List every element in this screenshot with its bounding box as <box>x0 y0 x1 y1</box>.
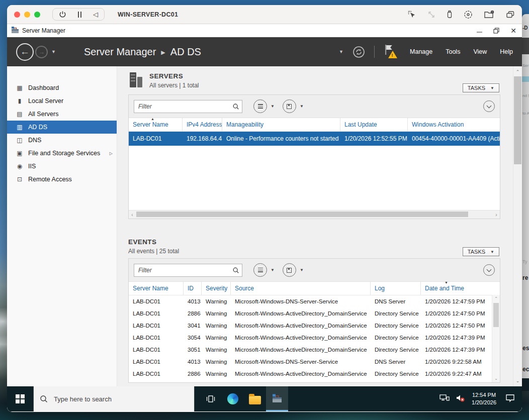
close-traffic-light[interactable] <box>14 12 20 18</box>
sidebar-item-ad-ds[interactable]: AD DS <box>7 121 117 134</box>
minimize-button[interactable] <box>471 24 488 37</box>
servers-tasks-button[interactable]: TASKS ▼ <box>463 83 499 92</box>
scroll-left-icon[interactable]: ‹ <box>129 211 136 219</box>
table-row[interactable]: LAB-DC01 3041 Warning Microsoft-Windows-… <box>129 320 500 332</box>
events-collapse-button[interactable] <box>483 264 495 276</box>
column-header[interactable]: Severity <box>202 282 231 295</box>
drive-image-icon[interactable] <box>464 10 473 19</box>
menu-tools[interactable]: Tools <box>446 48 460 55</box>
shared-folder-icon[interactable]: ! <box>484 10 495 19</box>
sidebar-item-file-storage[interactable]: File and Storage Services ▷ <box>7 147 117 160</box>
saved-filters-caret-icon[interactable]: ▼ <box>271 268 275 272</box>
taskbar-search[interactable] <box>33 386 195 411</box>
column-header[interactable]: IPv4 Address <box>183 118 222 131</box>
column-header[interactable]: ID <box>184 282 202 295</box>
scrollbar-thumb[interactable] <box>136 212 468 217</box>
events-filter-input[interactable] <box>134 264 242 277</box>
table-row[interactable]: LAB-DC01 4013 Warning Microsoft-Windows-… <box>129 356 500 368</box>
sidebar-item-local-server[interactable]: Local Server <box>7 94 117 108</box>
vm-title: WIN-SERVER-DC01 <box>118 11 178 18</box>
zoom-traffic-light[interactable] <box>34 12 40 18</box>
pause-icon[interactable] <box>76 11 83 18</box>
taskbar-search-input[interactable] <box>53 395 175 403</box>
scrollbar-thumb[interactable] <box>493 303 499 327</box>
save-filter-caret-icon[interactable]: ▼ <box>300 268 304 272</box>
back-button[interactable]: ← <box>16 43 34 61</box>
saved-filters-button[interactable] <box>253 263 267 277</box>
notifications-flag-button[interactable]: ! <box>384 44 397 59</box>
volume-muted-icon[interactable] <box>456 394 466 404</box>
saved-filters-button[interactable] <box>253 99 267 113</box>
file-explorer-taskbar-button[interactable] <box>244 386 266 411</box>
events-tasks-button[interactable]: TASKS ▼ <box>463 247 499 256</box>
task-view-button[interactable] <box>200 386 222 411</box>
table-row[interactable]: LAB-DC01 2886 Warning Microsoft-Windows-… <box>129 307 500 320</box>
sidebar-item-iis[interactable]: IIS <box>7 160 117 173</box>
network-icon[interactable] <box>439 394 450 404</box>
table-row[interactable]: LAB-DC01 3054 Warning Microsoft-Windows-… <box>129 332 500 344</box>
scroll-down-icon[interactable]: ⌄ <box>513 378 522 383</box>
breadcrumb-root[interactable]: Server Manager <box>84 46 156 58</box>
refresh-button[interactable] <box>352 46 365 58</box>
column-header[interactable]: Last Update <box>340 118 408 131</box>
minimize-traffic-light[interactable] <box>24 12 30 18</box>
table-row[interactable]: LAB-DC01 3051 Warning Microsoft-Windows-… <box>129 344 500 356</box>
expand-chevron-icon[interactable]: ▷ <box>110 151 113 156</box>
cell-datetime: 1/20/2026 12:47:39 PM <box>421 344 500 356</box>
resize-window-icon[interactable] <box>427 11 435 19</box>
restart-icon[interactable]: ◁ <box>93 11 98 18</box>
nav-dropdown-icon[interactable]: ▼ <box>339 49 343 54</box>
sidebar-item-all-servers[interactable]: All Servers <box>7 108 117 121</box>
save-filter-button[interactable] <box>283 263 296 277</box>
sidebar-item-dashboard[interactable]: Dashboard <box>7 81 117 94</box>
table-row-selected[interactable]: LAB-DC01 192.168.64.4 Online - Performan… <box>129 132 500 146</box>
start-button[interactable] <box>7 386 33 411</box>
taskbar-clock[interactable]: 12:54 PM 1/20/2026 <box>472 391 496 406</box>
action-center-icon[interactable] <box>505 394 515 404</box>
save-filter-button[interactable] <box>283 99 296 113</box>
page-vertical-scrollbar[interactable]: ⌃ ⌄ <box>513 66 522 386</box>
power-icon[interactable] <box>59 11 66 18</box>
servers-toolbar: ▼ ▼ <box>129 95 500 118</box>
save-filter-caret-icon[interactable]: ▼ <box>300 104 304 109</box>
table-row[interactable]: LAB-DC01 4013 Warning Microsoft-Windows-… <box>129 295 500 307</box>
sidebar-item-remote-access[interactable]: Remote Access <box>7 173 117 186</box>
list-icon <box>258 268 263 272</box>
edge-taskbar-button[interactable] <box>222 386 244 411</box>
warning-badge-icon: ! <box>388 51 397 58</box>
scroll-down-icon[interactable]: ⌄ <box>492 376 500 381</box>
column-header[interactable]: Server Name <box>129 282 184 295</box>
background-window-sliver: -D Ser nd S to A Ty re ess ec <box>522 14 529 391</box>
events-vertical-scrollbar[interactable]: ⌃ ⌄ <box>492 295 500 382</box>
column-header[interactable]: Log <box>371 282 421 295</box>
background-fragment: -D <box>522 25 528 31</box>
server-manager-taskbar-button[interactable] <box>266 386 288 411</box>
column-header[interactable]: Date and Time <box>421 282 500 295</box>
menu-manage[interactable]: Manage <box>410 48 432 55</box>
column-header[interactable]: Windows Activation <box>408 118 500 131</box>
usb-icon[interactable] <box>447 10 453 19</box>
table-row[interactable]: LAB-DC01 2886 Warning Microsoft-Windows-… <box>129 368 500 380</box>
saved-filters-caret-icon[interactable]: ▼ <box>271 104 275 109</box>
restore-button[interactable] <box>488 24 505 37</box>
servers-filter-input[interactable] <box>134 100 242 113</box>
column-header[interactable]: Source <box>231 282 371 295</box>
capture-cursor-icon[interactable] <box>407 10 416 19</box>
column-header[interactable]: Manageability <box>222 118 340 131</box>
windows-list-icon[interactable] <box>506 11 515 19</box>
sidebar-item-dns[interactable]: DNS <box>7 134 117 147</box>
scroll-up-icon[interactable]: ⌃ <box>513 69 522 74</box>
scroll-right-icon[interactable]: › <box>493 211 500 219</box>
close-button[interactable]: ✕ <box>505 24 522 37</box>
column-header[interactable]: Server Name <box>129 118 183 131</box>
servers-collapse-button[interactable] <box>483 100 495 112</box>
window-controls: ✕ <box>471 24 522 37</box>
menu-help[interactable]: Help <box>500 48 513 55</box>
forward-button[interactable]: → <box>35 46 48 58</box>
history-dropdown-icon[interactable]: ▼ <box>51 49 56 54</box>
cell-source: Microsoft-Windows-ActiveDirectory_Domain… <box>231 332 371 344</box>
horizontal-scrollbar[interactable]: ‹ › <box>129 210 500 219</box>
scroll-up-icon[interactable]: ⌃ <box>492 296 500 301</box>
menu-view[interactable]: View <box>473 48 487 55</box>
scrollbar-thumb[interactable] <box>514 76 521 164</box>
